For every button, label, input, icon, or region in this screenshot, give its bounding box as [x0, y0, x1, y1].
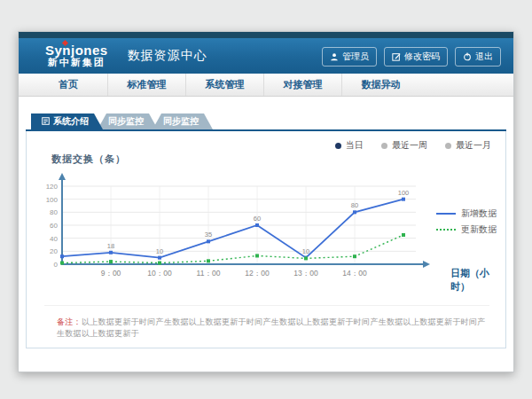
svg-text:40: 40 [50, 235, 58, 243]
nav-item-interface-mgmt[interactable]: 对接管理 [263, 74, 341, 96]
legend-item-updated-data[interactable]: 更新数据 [436, 222, 497, 238]
power-icon [463, 52, 472, 61]
main-content: 系统介绍 同步监控 同步监控 当日 最近一周 [19, 113, 513, 348]
tab-label: 同步监控 [163, 115, 199, 128]
radio-dot [445, 143, 451, 149]
svg-text:18: 18 [107, 242, 114, 250]
logout-button[interactable]: 退出 [455, 47, 501, 66]
y-axis-title: 数据交换（条） [51, 153, 126, 166]
nav-item-system-mgmt[interactable]: 系统管理 [185, 74, 263, 96]
radio-option-recent-month[interactable]: 最近一月 [445, 139, 491, 152]
window-top-strip [19, 32, 513, 38]
legend-label: 更新数据 [461, 223, 497, 236]
svg-text:13：00: 13：00 [293, 269, 318, 278]
app-title: 数据资源中心 [128, 48, 207, 64]
svg-text:35: 35 [205, 231, 212, 239]
dotted-line-icon [436, 229, 456, 231]
svg-text:12：00: 12：00 [245, 269, 270, 278]
edit-icon [392, 52, 401, 61]
radio-dot [381, 143, 387, 149]
legend-label: 新增数据 [461, 207, 497, 220]
svg-text:14：00: 14：00 [342, 269, 367, 278]
tab-sync-monitor-2[interactable]: 同步监控 [153, 113, 213, 129]
tab-bar: 系统介绍 同步监控 同步监控 [31, 113, 513, 129]
svg-text:120: 120 [46, 183, 59, 191]
svg-text:10: 10 [302, 247, 309, 255]
radio-option-recent-week[interactable]: 最近一周 [381, 139, 427, 152]
user-label: 管理员 [342, 51, 369, 63]
chart-legend: 新增数据 更新数据 [436, 206, 497, 238]
svg-text:20: 20 [50, 247, 58, 255]
nav-item-home[interactable]: 首页 [29, 74, 107, 96]
svg-text:10: 10 [156, 247, 163, 255]
svg-text:60: 60 [50, 222, 58, 230]
user-button[interactable]: 管理员 [322, 47, 377, 66]
logo-text-en: Synjones [45, 44, 108, 57]
svg-text:11：00: 11：00 [197, 269, 221, 278]
nav-item-standard-mgmt[interactable]: 标准管理 [107, 74, 185, 96]
app-window: Synjones 新中新集团 数据资源中心 管理员 修改密码 退出 [18, 31, 514, 372]
tab-label: 系统介绍 [53, 115, 89, 128]
nav-item-data-change[interactable]: 数据异动 [341, 74, 419, 96]
tab-label: 同步监控 [108, 115, 144, 128]
svg-text:60: 60 [254, 215, 261, 223]
radio-label: 当日 [346, 139, 364, 152]
radio-label: 最近一周 [392, 139, 427, 152]
brand-logo[interactable]: Synjones 新中新集团 [45, 44, 108, 68]
footnote: 备注：以上数据更新于时间产生数据以上数据更新于时间产生数据以上数据更新于时间产生… [44, 305, 489, 340]
radio-dot-selected [335, 143, 341, 149]
document-icon [42, 117, 50, 127]
solid-line-icon [436, 213, 456, 215]
time-range-filter: 当日 最近一周 最近一月 [335, 139, 491, 152]
footnote-text: 以上数据更新于时间产生数据以上数据更新于时间产生数据以上数据更新于时间产生数据以… [57, 317, 486, 338]
radio-option-today[interactable]: 当日 [335, 139, 364, 152]
chart-panel: 当日 最近一周 最近一月 数据交换（条） 9：0010：0011：0012：00… [26, 131, 506, 348]
x-axis-title: 日期（小时） [450, 267, 505, 293]
svg-text:80: 80 [351, 201, 358, 209]
tab-sync-monitor-1[interactable]: 同步监控 [98, 113, 158, 129]
logout-label: 退出 [475, 51, 493, 63]
change-password-label: 修改密码 [404, 51, 440, 63]
svg-text:0: 0 [54, 261, 59, 269]
tab-system-intro[interactable]: 系统介绍 [31, 113, 103, 129]
change-password-button[interactable]: 修改密码 [384, 47, 448, 66]
svg-text:9：00: 9：00 [101, 269, 121, 278]
user-icon [330, 52, 339, 61]
svg-text:100: 100 [46, 196, 59, 204]
svg-text:100: 100 [398, 189, 410, 197]
user-area: 管理员 修改密码 退出 [322, 47, 501, 66]
legend-item-new-data[interactable]: 新增数据 [436, 206, 497, 222]
svg-text:80: 80 [50, 208, 58, 216]
line-chart: 9：0010：0011：0012：0013：0014：0002040608010… [28, 172, 445, 287]
main-nav: 首页 标准管理 系统管理 对接管理 数据异动 [19, 74, 513, 97]
app-header: Synjones 新中新集团 数据资源中心 管理员 修改密码 退出 [19, 38, 513, 74]
logo-text-cn: 新中新集团 [45, 57, 108, 68]
radio-label: 最近一月 [456, 139, 491, 152]
footnote-prefix: 备注： [57, 317, 82, 326]
svg-text:10：00: 10：00 [147, 269, 172, 278]
